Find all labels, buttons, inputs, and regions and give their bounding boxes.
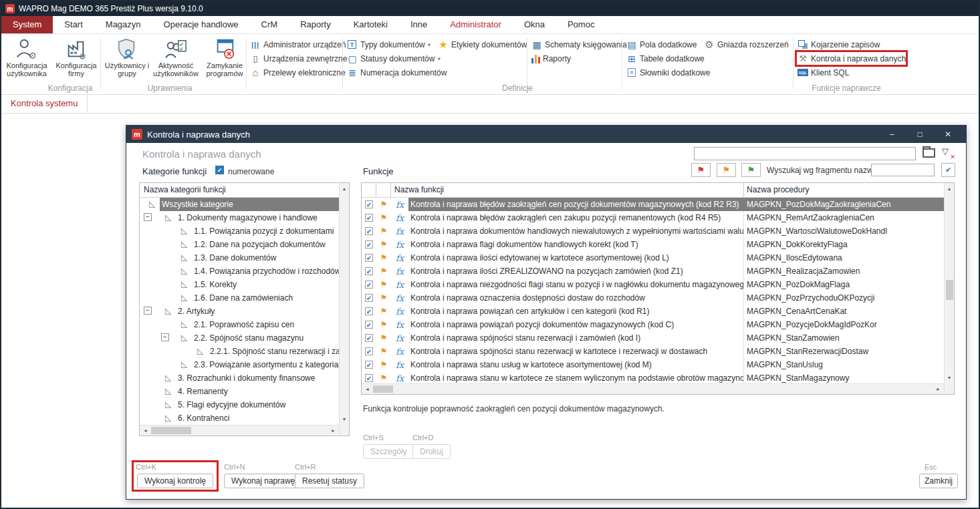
- check-confirm-icon[interactable]: ✔: [941, 163, 955, 177]
- function-row[interactable]: ✔⚑fxKontrola i naprawa spójności stanu r…: [362, 345, 944, 358]
- row-checkbox[interactable]: ✔: [365, 361, 373, 369]
- ribbon-item[interactable]: Numeracja dokumentów: [346, 66, 447, 79]
- menu-tab-start[interactable]: Start: [53, 16, 94, 33]
- function-row[interactable]: ✔⚑fxKontrola i naprawa ilości edytowanej…: [362, 251, 944, 265]
- row-checkbox[interactable]: ✔: [365, 240, 373, 248]
- tree-item[interactable]: ◺Wszystkie kategorie: [140, 198, 339, 211]
- flag-green-filter-button[interactable]: ⚑: [741, 163, 761, 177]
- scroll-up-icon[interactable]: ▲: [340, 184, 349, 194]
- scroll-down-icon[interactable]: ▼: [340, 414, 349, 424]
- ribbon-item[interactable]: Tabele dodatkowe: [626, 52, 710, 65]
- tree-item[interactable]: ◺6. Kontrahenci: [140, 411, 339, 425]
- menu-tab-okna[interactable]: Okna: [513, 16, 556, 33]
- tree-item[interactable]: ◺2.3. Powiązanie asortymentu z kategoria…: [140, 358, 339, 371]
- tree-item[interactable]: ◺2.2.1. Spójność stanu rezerwacji i zamó: [140, 345, 339, 358]
- tree-item[interactable]: ◺1.4. Powiązania przychodów i rozchodów: [140, 265, 339, 278]
- row-checkbox[interactable]: ✔: [365, 267, 373, 275]
- details-button[interactable]: Szczegóły: [363, 444, 414, 459]
- menu-tab-kartoteki[interactable]: Kartoteki: [342, 16, 399, 33]
- ribbon-item[interactable]: Administrator urządzeń: [249, 38, 347, 51]
- ribbon-item[interactable]: Kojarzenie zapisów: [797, 38, 906, 51]
- tree-item[interactable]: −◺2. Artykuły: [140, 305, 339, 318]
- table-horizontal-scrollbar[interactable]: ◄ ►: [362, 383, 944, 394]
- menu-tab-system[interactable]: System: [1, 16, 53, 33]
- function-row[interactable]: ✔⚑fxKontrola i naprawa niezgodności flag…: [362, 278, 944, 291]
- menu-tab-administrator[interactable]: Administrator: [439, 16, 513, 33]
- row-checkbox[interactable]: ✔: [365, 347, 373, 355]
- ribbon-button-konfiguracja-firmy[interactable]: ⚙ Konfiguracja firmy: [52, 36, 100, 84]
- scroll-down-icon[interactable]: ▼: [945, 373, 954, 383]
- scroll-right-icon[interactable]: ►: [933, 384, 943, 394]
- row-checkbox[interactable]: ✔: [365, 334, 373, 342]
- tree-horizontal-scrollbar[interactable]: ◄ ►: [140, 425, 339, 436]
- tree-item[interactable]: ◺1.3. Dane dokumentów: [140, 251, 339, 265]
- function-name-header[interactable]: Nazwa funkcji: [391, 183, 743, 197]
- scroll-left-icon[interactable]: ◄: [140, 426, 150, 436]
- row-checkbox[interactable]: ✔: [365, 307, 373, 315]
- function-row[interactable]: ✔⚑fxKontrola i naprawa stanu w kartotece…: [362, 371, 944, 383]
- tree-item[interactable]: ◺3. Rozrachunki i dokumenty finansowe: [140, 371, 339, 385]
- row-checkbox[interactable]: ✔: [365, 254, 373, 262]
- menu-tab-inne[interactable]: Inne: [399, 16, 439, 33]
- ribbon-button-zamykanie-programow[interactable]: Zamykanie programów: [201, 36, 249, 84]
- ribbon-item[interactable]: Statusy dokumentów▾: [346, 52, 447, 65]
- tree-item[interactable]: −◺2.2. Spójność stanu magazynu: [140, 331, 339, 345]
- menu-tab-pomoc[interactable]: Pomoc: [556, 16, 606, 33]
- tree-item[interactable]: ◺1.5. Korekty: [140, 278, 339, 291]
- function-row[interactable]: ✔⚑fxKontrola i naprawa spójności stanu r…: [362, 331, 944, 345]
- procedure-name-header[interactable]: Nazwa procedury: [743, 183, 944, 197]
- ribbon-item[interactable]: Etykiety dokumentów: [437, 38, 527, 51]
- ribbon-button-uzytkownicy-i-grupy[interactable]: Użytkownicy i grupy: [103, 36, 151, 84]
- close-dialog-button[interactable]: Zamknij: [919, 474, 958, 488]
- function-row[interactable]: ✔⚑fxKontrola i naprawa błędów zaokrągleń…: [362, 211, 944, 224]
- row-checkbox[interactable]: ✔: [365, 294, 373, 302]
- collapse-expander-icon[interactable]: −: [144, 307, 152, 315]
- ribbon-item[interactable]: Urządzenia zewnętrzne: [249, 52, 347, 65]
- filter-input[interactable]: [694, 147, 916, 160]
- function-row[interactable]: ✔⚑fxKontrola i naprawa powiązań cen arty…: [362, 305, 944, 318]
- function-row[interactable]: ✔⚑fxKontrola i naprawa ilości ZREALIZOWA…: [362, 265, 944, 278]
- menu-tab-raporty[interactable]: Raporty: [289, 16, 342, 33]
- scroll-thumb[interactable]: [946, 280, 953, 300]
- function-row[interactable]: ✔⚑fxKontrola i naprawa oznaczenia dostęp…: [362, 291, 944, 305]
- run-repair-button[interactable]: Wykonaj naprawę: [224, 474, 302, 488]
- menu-tab-magazyn[interactable]: Magazyn: [94, 16, 152, 33]
- search-by-name-input[interactable]: [871, 164, 935, 176]
- scroll-right-icon[interactable]: ►: [328, 426, 338, 436]
- flag-orange-filter-button[interactable]: ⚑: [717, 163, 736, 177]
- ribbon-item[interactable]: Raporty: [531, 52, 627, 65]
- row-checkbox[interactable]: ✔: [365, 321, 373, 329]
- ribbon-item[interactable]: Kontrola i naprawa danych: [797, 52, 906, 65]
- filter-clear-icon[interactable]: [942, 146, 954, 160]
- row-checkbox[interactable]: ✔: [365, 227, 373, 235]
- reset-statuses-button[interactable]: Resetuj statusy: [295, 474, 364, 488]
- tree-item[interactable]: ◺1.6. Dane na zamówieniach: [140, 291, 339, 305]
- scroll-up-icon[interactable]: ▲: [945, 184, 954, 194]
- ribbon-item[interactable]: Gniazda rozszerzeń: [703, 38, 789, 51]
- table-vertical-scrollbar[interactable]: ▲ ▼: [944, 183, 954, 394]
- close-button[interactable]: ✕: [934, 126, 962, 143]
- maximize-button[interactable]: □: [906, 126, 934, 143]
- scroll-thumb[interactable]: [151, 427, 191, 434]
- flag-red-filter-button[interactable]: ⚑: [691, 163, 711, 177]
- tree-item[interactable]: ◺2.1. Poprawność zapisu cen: [140, 318, 339, 331]
- ribbon-item[interactable]: Klient SQL: [797, 66, 906, 79]
- function-row[interactable]: ✔⚑fxKontrola i naprawa dokumentów handlo…: [362, 224, 944, 238]
- tree-item[interactable]: −◺1. Dokumenty magazynowe i handlowe: [140, 211, 339, 224]
- scroll-left-icon[interactable]: ◄: [362, 384, 372, 394]
- tree-vertical-scrollbar[interactable]: ▲ ▼: [339, 183, 349, 436]
- scroll-thumb[interactable]: [373, 385, 393, 393]
- run-check-button[interactable]: Wykonaj kontrolę: [137, 474, 213, 488]
- collapse-expander-icon[interactable]: −: [161, 333, 169, 341]
- folder-icon[interactable]: [923, 148, 935, 158]
- ribbon-button-aktywnosc-uzytkownikow[interactable]: Aktywność użytkowników: [150, 36, 202, 84]
- row-checkbox[interactable]: ✔: [365, 214, 373, 222]
- collapse-expander-icon[interactable]: −: [144, 213, 152, 221]
- ribbon-item[interactable]: Pola dodatkowe: [626, 38, 710, 51]
- ribbon-item[interactable]: Schematy księgowania: [531, 38, 627, 51]
- minimize-button[interactable]: –: [878, 126, 906, 143]
- tree-item[interactable]: ◺1.2. Dane na pozycjach dokumentów: [140, 238, 339, 251]
- tree-item[interactable]: ◺1.1. Powiązania pozycji z dokumentami: [140, 224, 339, 238]
- tree-item[interactable]: ◺5. Flagi edycyjne dokumentów: [140, 398, 339, 411]
- function-row[interactable]: ✔⚑fxKontrola i naprawa błędów zaokrągleń…: [362, 198, 944, 211]
